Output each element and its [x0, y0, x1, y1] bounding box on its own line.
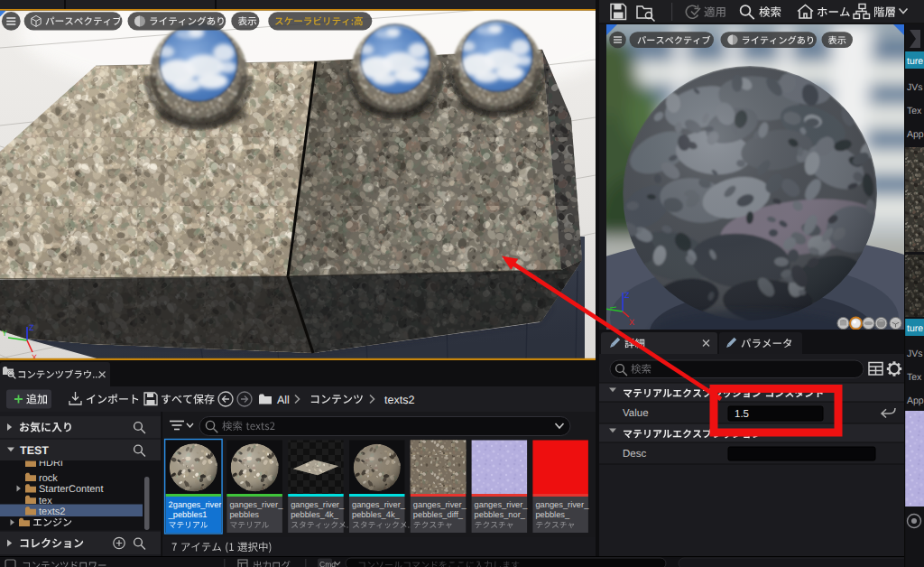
svg-text:ganges_river_: ganges_river_: [535, 500, 589, 509]
svg-text:Appl: Appl: [907, 395, 924, 406]
svg-text:JVs: JVs: [907, 82, 923, 93]
svg-text:Tex: Tex: [907, 372, 922, 383]
svg-text:ture: ture: [907, 323, 923, 334]
svg-text:rock: rock: [39, 473, 58, 484]
svg-text:X: X: [629, 318, 634, 327]
svg-text:Desc: Desc: [623, 449, 646, 460]
svg-text:tex: tex: [39, 496, 52, 507]
svg-text:pebbles: pebbles: [229, 510, 259, 519]
svg-text:2ganges_river: 2ganges_river: [169, 500, 222, 509]
svg-text:JVs: JVs: [907, 349, 923, 359]
svg-text:Y: Y: [2, 329, 7, 338]
svg-text:ganges_river_: ganges_river_: [475, 500, 529, 509]
svg-text:texts2: texts2: [39, 507, 65, 517]
svg-text:ture: ture: [907, 56, 923, 67]
svg-text:StarterContent: StarterContent: [39, 484, 104, 495]
svg-text:ganges_river_: ganges_river_: [291, 500, 345, 509]
svg-text:pebbles_4k_: pebbles_4k_: [291, 510, 339, 519]
svg-text:Cmd: Cmd: [319, 560, 336, 567]
svg-text:Appl: Appl: [907, 129, 924, 140]
svg-text:Tex: Tex: [907, 106, 922, 116]
svg-text:ganges_river_: ganges_river_: [352, 500, 406, 509]
svg-text:1.5: 1.5: [735, 409, 749, 420]
svg-text:Z: Z: [29, 323, 34, 332]
svg-text:pebbles_4k_: pebbles_4k_: [352, 510, 401, 519]
svg-text:_pebbles1: _pebbles1: [168, 510, 208, 519]
svg-text:All: All: [277, 394, 290, 406]
svg-text:ganges_river_: ganges_river_: [229, 500, 283, 509]
svg-text:pebbles_diff_: pebbles_diff_: [413, 510, 464, 519]
svg-text:texts2: texts2: [384, 394, 414, 406]
svg-text:pebbles_nor_: pebbles_nor_: [475, 510, 526, 519]
svg-text:TEST: TEST: [20, 444, 49, 457]
svg-text:Z: Z: [624, 291, 630, 300]
svg-text:Value: Value: [623, 408, 649, 419]
svg-text:ganges_river_: ganges_river_: [413, 500, 467, 509]
svg-text:pebbles_: pebbles_: [535, 510, 570, 519]
